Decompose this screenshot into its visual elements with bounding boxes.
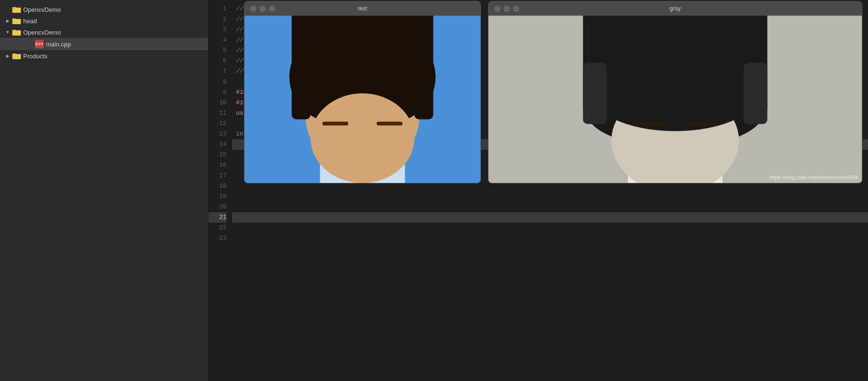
line-num-2: 2 (208, 14, 226, 25)
svg-rect-8 (12, 54, 16, 55)
cv-window-gray-buttons (494, 6, 519, 12)
svg-point-18 (310, 93, 414, 183)
svg-rect-4 (12, 18, 16, 20)
sidebar-root-label: OpencvDemo (23, 6, 61, 13)
line-num-6: 6 (208, 56, 226, 66)
sidebar: OpencvDemo head OpencvDemo C++ main.cpp (0, 0, 208, 381)
line-num-16: 16 (208, 160, 226, 171)
line-num-5: 5 (208, 45, 226, 56)
line-num-3: 3 (208, 25, 226, 35)
svg-rect-30 (687, 122, 718, 126)
cv-window-gray-title: gray (669, 5, 680, 12)
sidebar-item-main-cpp[interactable]: C++ main.cpp (0, 38, 208, 50)
sidebar-head-label: head (23, 18, 37, 25)
svg-rect-17 (415, 63, 434, 119)
line-num-9: 9 (208, 87, 226, 98)
cv-window-gray-image: https://blog.csdn.net/yanwenyuan0304 (488, 16, 862, 183)
sidebar-item-products[interactable]: Products (0, 50, 208, 62)
line-num-4: 4 (208, 35, 226, 45)
line-num-15: 15 (208, 150, 226, 160)
tree-arrow-products (4, 52, 11, 60)
svg-rect-6 (12, 30, 16, 31)
line-num-19: 19 (208, 191, 226, 202)
file-icon-cpp: C++ (35, 40, 44, 48)
code-line-22 (232, 223, 868, 233)
cv-max-btn-gray[interactable] (513, 6, 519, 12)
svg-rect-19 (322, 122, 348, 126)
line-num-14: 14 (208, 139, 226, 150)
line-num-23: 23 (208, 233, 226, 244)
folder-icon (12, 6, 21, 13)
svg-rect-2 (12, 7, 16, 9)
folder-icon-products (12, 53, 21, 59)
code-line-23 (232, 233, 868, 244)
sidebar-products-label: Products (23, 53, 47, 60)
cv-window-gray[interactable]: gray (488, 1, 862, 183)
line-num-12: 12 (208, 118, 226, 129)
line-num-20: 20 (208, 202, 226, 212)
line-num-18: 18 (208, 181, 226, 191)
line-num-8: 8 (208, 77, 226, 87)
sidebar-item-opencvdemo-root[interactable]: OpencvDemo (0, 4, 208, 15)
line-numbers: 1 2 3 4 5 6 7 8 9 10 11 12 13 14 15 16 1… (208, 0, 232, 381)
svg-rect-16 (292, 63, 311, 119)
code-area: 1 2 3 4 5 6 7 8 9 10 11 12 13 14 15 16 1… (208, 0, 868, 381)
svg-point-26 (588, 46, 762, 131)
cv-min-btn-gray[interactable] (504, 6, 510, 12)
code-line-21 (232, 212, 868, 223)
watermark-gray: https://blog.csdn.net/yanwenyuan0304 (769, 174, 858, 180)
cv-window-gray-titlebar: gray (488, 1, 862, 16)
code-line-19 (232, 191, 868, 202)
code-line-20 (232, 202, 868, 212)
svg-rect-27 (583, 63, 606, 124)
line-num-21: 21 (208, 212, 226, 223)
sidebar-item-opencvdemo-folder[interactable]: OpencvDemo (0, 27, 208, 38)
tree-arrow-head (4, 17, 11, 25)
sidebar-item-head[interactable]: head (0, 15, 208, 27)
cv-window-test[interactable]: test (244, 1, 481, 183)
folder-icon-opencvdemo (12, 29, 21, 36)
line-num-1: 1 (208, 4, 226, 14)
line-num-22: 22 (208, 223, 226, 233)
svg-rect-29 (633, 122, 663, 126)
svg-rect-28 (744, 63, 768, 124)
line-num-7: 7 (208, 66, 226, 77)
cv-min-btn-test[interactable] (260, 6, 266, 12)
line-num-17: 17 (208, 171, 226, 181)
cv-window-test-buttons (250, 6, 275, 12)
tree-arrow-opencvdemo (4, 28, 11, 36)
sidebar-main-cpp-label: main.cpp (46, 41, 71, 48)
svg-rect-20 (377, 122, 403, 126)
code-editor[interactable]: 1 2 3 4 5 6 7 8 9 10 11 12 13 14 15 16 1… (208, 0, 868, 381)
line-num-10: 10 (208, 98, 226, 108)
cv-close-btn-test[interactable] (250, 6, 256, 12)
cv-window-test-title: test (358, 5, 367, 12)
line-num-13: 13 (208, 129, 226, 139)
cv-close-btn-gray[interactable] (494, 6, 500, 12)
folder-icon-head (12, 18, 21, 24)
cv-max-btn-test[interactable] (269, 6, 275, 12)
sidebar-opencvdemo-label: OpencvDemo (23, 29, 61, 36)
cv-window-test-image (244, 16, 480, 183)
cv-window-test-titlebar: test (244, 1, 480, 16)
line-num-11: 11 (208, 108, 226, 118)
